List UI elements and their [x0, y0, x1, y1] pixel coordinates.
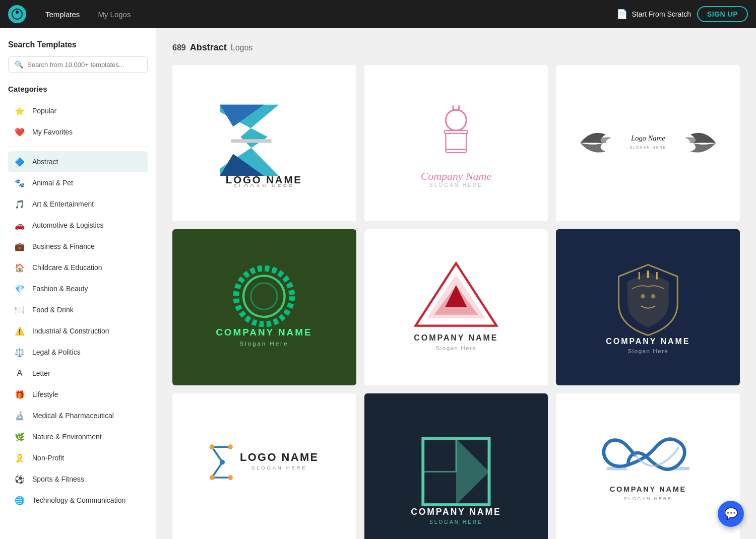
logo-card-8[interactable]: COMPANY NAME SLOGAN HERE — [364, 393, 548, 539]
cat-label-15: Sports & Fitness — [32, 475, 84, 483]
sidebar-item-childcare-education[interactable]: 🏠 Childcare & Education — [8, 257, 148, 278]
search-icon: 🔍 — [15, 60, 23, 69]
search-input[interactable] — [27, 61, 141, 69]
header: Templates My Logos 📄 Start From Scratch … — [0, 0, 756, 28]
logo-grid: LOGO NAME SLOGAN HERE Company Name — [172, 65, 740, 539]
logo-card-7[interactable]: LOGO NAME SLOGAN HERE — [172, 393, 356, 539]
sidebar-item-business-finance[interactable]: 💼 Business & Finance — [8, 236, 148, 257]
sidebar-item-technology-communication[interactable]: 🌐 Technology & Communication — [8, 490, 148, 511]
sidebar-item-art-entertainment[interactable]: 🎵 Art & Entertainment — [8, 193, 148, 215]
search-title: Search Templates — [8, 40, 148, 49]
header-actions: 📄 Start From Scratch SIGN UP — [616, 6, 748, 22]
cat-icon-5: 🏠 — [13, 261, 26, 274]
svg-text:SLOGAN HERE: SLOGAN HERE — [252, 465, 307, 470]
cat-icon-6: 💎 — [13, 282, 26, 295]
scratch-label: Start From Scratch — [632, 10, 690, 18]
svg-text:Slogan Here: Slogan Here — [436, 345, 477, 351]
svg-point-18 — [243, 276, 285, 317]
categories-list: 🔷 Abstract 🐾 Animal & Pet 🎵 Art & Entert… — [8, 151, 148, 511]
logo-card-6[interactable]: COMPANY NAME Slogan Here — [556, 229, 740, 385]
svg-point-35 — [228, 444, 233, 449]
main-content: 689 Abstract Logos LOGO NAME SLOGAN HERE — [156, 28, 756, 539]
cat-icon-15: ⚽ — [13, 473, 26, 486]
logo-card-3[interactable]: Logo Name SLOGAN HERE — [556, 65, 740, 221]
cat-label-14: Non-Profit — [32, 454, 64, 462]
svg-text:SLOGAN HERE: SLOGAN HERE — [629, 146, 666, 149]
svg-text:LOGO NAME: LOGO NAME — [240, 451, 319, 463]
logo-card-2[interactable]: Company Name SLOGAN HERE — [364, 65, 548, 221]
logo-card-1[interactable]: LOGO NAME SLOGAN HERE — [172, 65, 356, 221]
svg-text:SLOGAN HERE: SLOGAN HERE — [624, 496, 672, 501]
heart-icon: ❤️ — [13, 125, 26, 139]
svg-text:Slogan Here: Slogan Here — [627, 347, 668, 354]
cat-label-7: Food & Drink — [32, 306, 74, 314]
cat-icon-8: ⚠️ — [13, 324, 26, 338]
sidebar-item-letter[interactable]: A Letter — [8, 363, 148, 384]
cat-icon-2: 🎵 — [13, 197, 26, 211]
sidebar-item-popular-label: Popular — [32, 107, 56, 115]
cat-label-11: Lifestyle — [32, 390, 58, 398]
start-from-scratch-button[interactable]: 📄 Start From Scratch — [616, 9, 690, 20]
cat-icon-12: 🔬 — [13, 409, 26, 422]
results-suffix: Logos — [231, 43, 253, 52]
app-logo[interactable] — [8, 5, 26, 23]
cat-icon-9: ⚖️ — [13, 346, 26, 359]
sidebar-item-my-favorites-label: My Favorites — [32, 128, 73, 136]
sidebar-item-sports-fitness[interactable]: ⚽ Sports & Fitness — [8, 468, 148, 490]
svg-rect-48 — [669, 467, 689, 470]
svg-rect-6 — [231, 140, 272, 143]
logo-card-4[interactable]: COMPANY NAME Slogan Here — [172, 229, 356, 385]
sign-up-button[interactable]: SIGN UP — [697, 6, 748, 22]
nav-templates[interactable]: Templates — [38, 7, 87, 22]
logo-card-9[interactable]: COMPANY NAME SLOGAN HERE — [556, 393, 740, 539]
cat-icon-1: 🐾 — [13, 176, 26, 189]
svg-point-36 — [210, 444, 215, 449]
cat-icon-11: 🎁 — [13, 388, 26, 401]
sidebar-item-automotive-logistics[interactable]: 🚗 Automotive & Logistics — [8, 215, 148, 236]
sidebar-item-popular[interactable]: ⭐ Popular — [8, 100, 148, 121]
cat-icon-7: 🍽️ — [13, 303, 26, 316]
sidebar-item-industrial-construction[interactable]: ⚠️ Industrial & Construction — [8, 320, 148, 342]
cat-label-8: Industrial & Construction — [32, 327, 109, 335]
svg-rect-12 — [446, 150, 467, 153]
cat-label-2: Art & Entertainment — [32, 200, 94, 208]
sidebar-item-nature-environment[interactable]: 🌿 Nature & Environment — [8, 426, 148, 447]
sidebar-item-legal-politics[interactable]: ⚖️ Legal & Politics — [8, 342, 148, 363]
logo-card-5[interactable]: COMPANY NAME Slogan Here — [364, 229, 548, 385]
cat-label-0: Abstract — [32, 158, 58, 166]
svg-text:COMPANY NAME: COMPANY NAME — [414, 333, 498, 342]
cat-label-16: Technology & Communication — [32, 496, 125, 504]
sidebar-item-my-favorites[interactable]: ❤️ My Favorites — [8, 121, 148, 143]
sidebar-item-food-drink[interactable]: 🍽️ Food & Drink — [8, 299, 148, 320]
svg-text:SLOGAN HERE: SLOGAN HERE — [429, 183, 483, 188]
cat-label-3: Automotive & Logistics — [32, 221, 104, 229]
sidebar-item-non-profit[interactable]: 🎗️ Non-Profit — [8, 447, 148, 468]
svg-point-38 — [210, 475, 215, 480]
results-header: 689 Abstract Logos — [172, 42, 740, 53]
svg-text:Logo Name: Logo Name — [631, 134, 665, 142]
sidebar-item-animal-pet[interactable]: 🐾 Animal & Pet — [8, 172, 148, 193]
sidebar-item-abstract[interactable]: 🔷 Abstract — [8, 151, 148, 172]
star-icon: ⭐ — [13, 104, 26, 117]
svg-text:Company Name: Company Name — [421, 170, 492, 182]
cat-icon-14: 🎗️ — [13, 451, 26, 464]
cat-icon-13: 🌿 — [13, 430, 26, 443]
nav-my-logos[interactable]: My Logos — [91, 7, 138, 22]
sidebar-item-lifestyle[interactable]: 🎁 Lifestyle — [8, 384, 148, 405]
svg-point-31 — [641, 294, 645, 299]
results-count: 689 — [172, 43, 186, 52]
chat-button[interactable]: 💬 — [718, 501, 744, 527]
cat-label-4: Business & Finance — [32, 242, 95, 250]
cat-label-6: Fashion & Beauty — [32, 285, 88, 293]
header-nav: Templates My Logos — [38, 7, 604, 22]
svg-point-19 — [251, 283, 278, 310]
svg-text:COMPANY NAME: COMPANY NAME — [216, 326, 312, 337]
cat-label-9: Legal & Politics — [32, 348, 81, 356]
sidebar: Search Templates 🔍 Categories ⭐ Popular … — [0, 28, 156, 539]
cat-label-13: Nature & Environment — [32, 433, 102, 441]
svg-text:COMPANY NAME: COMPANY NAME — [610, 485, 686, 493]
cat-icon-3: 🚗 — [13, 219, 26, 232]
svg-text:COMPANY NAME: COMPANY NAME — [411, 507, 501, 517]
sidebar-item-medical-pharmaceutical[interactable]: 🔬 Medical & Pharmaceutical — [8, 405, 148, 426]
sidebar-item-fashion-beauty[interactable]: 💎 Fashion & Beauty — [8, 278, 148, 299]
